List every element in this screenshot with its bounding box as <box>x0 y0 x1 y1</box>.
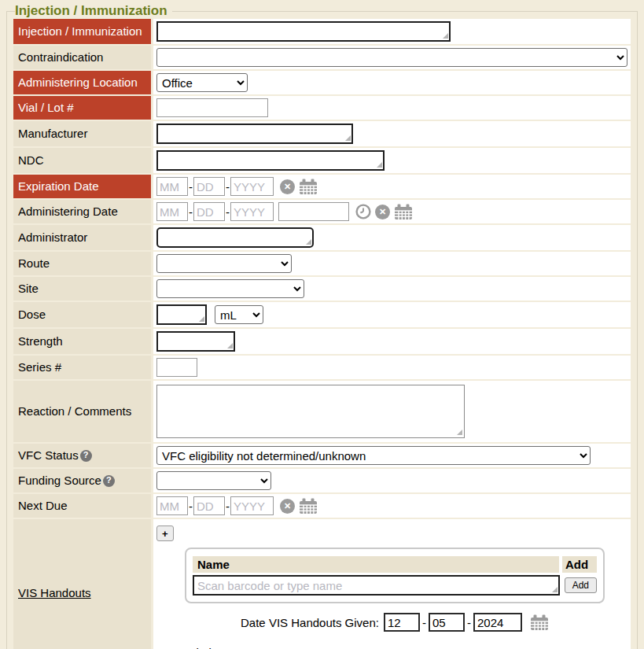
vis-handouts-panel: Name Add Add <box>185 548 605 603</box>
expiration-month-input[interactable] <box>156 177 188 196</box>
row-site: Site <box>13 277 631 302</box>
route-label: Route <box>13 252 153 275</box>
dose-input[interactable] <box>156 304 207 325</box>
vis-add-column-header: Add <box>562 556 597 573</box>
row-strength: Strength <box>13 329 631 356</box>
administering-year-input[interactable] <box>230 202 274 221</box>
next-due-label: Next Due <box>13 494 153 518</box>
administering-time-input[interactable] <box>278 202 349 221</box>
expiration-date-label: Expiration Date <box>13 175 153 198</box>
ndc-label: NDC <box>13 148 153 173</box>
date-separator: - <box>189 500 193 513</box>
clock-icon[interactable] <box>355 204 371 219</box>
row-funding-source: Funding Source ? <box>13 469 631 494</box>
date-separator: - <box>226 180 230 194</box>
reaction-comments-label: Reaction / Comments <box>13 381 153 442</box>
manufacturer-input[interactable] <box>156 124 353 144</box>
vial-lot-label: Vial / Lot # <box>13 96 153 120</box>
injection-immunization-form: Injection / Immunization Injection / Imm… <box>6 3 638 649</box>
calendar-icon[interactable] <box>299 498 318 514</box>
vis-date-given-label: Date VIS Handouts Given: <box>241 616 379 629</box>
date-separator: - <box>189 205 193 219</box>
calendar-icon[interactable] <box>394 204 413 220</box>
administrator-label: Administrator <box>13 225 153 250</box>
funding-source-label: Funding Source <box>18 474 101 489</box>
vfc-status-select[interactable]: VFC eligibility not determined/unknown <box>156 446 591 465</box>
vis-name-column-header: Name <box>193 556 559 573</box>
row-contraindication: Contraindication <box>13 46 631 71</box>
administrator-input[interactable] <box>156 227 314 248</box>
date-separator: - <box>189 180 193 194</box>
vis-scan-input[interactable] <box>193 575 560 596</box>
series-label: Series # <box>13 356 153 379</box>
vis-handouts-link[interactable]: VIS Handouts <box>18 586 91 601</box>
administering-location-select[interactable]: Office <box>156 73 248 92</box>
clear-date-icon[interactable]: ✕ <box>375 205 390 219</box>
row-expiration-date: Expiration Date - - ✕ <box>13 175 631 200</box>
row-next-due: Next Due - - ✕ <box>13 494 631 519</box>
vis-expand-button[interactable]: + <box>156 525 174 541</box>
manufacturer-label: Manufacturer <box>13 121 153 146</box>
expiration-year-input[interactable] <box>230 177 274 196</box>
contraindication-label: Contraindication <box>13 46 153 69</box>
strength-label: Strength <box>13 329 153 354</box>
dose-unit-select[interactable]: mL <box>215 305 263 324</box>
clear-date-icon[interactable]: ✕ <box>280 499 295 514</box>
row-administering-location: Administering Location Office <box>13 71 631 96</box>
administering-day-input[interactable] <box>193 202 225 221</box>
row-manufacturer: Manufacturer <box>13 121 631 148</box>
vis-date-day-input[interactable] <box>429 613 465 632</box>
vfc-status-help-icon[interactable]: ? <box>80 450 92 462</box>
route-select[interactable] <box>156 254 292 273</box>
vial-lot-input[interactable] <box>156 98 268 117</box>
clear-date-icon[interactable]: ✕ <box>280 179 295 194</box>
date-separator: - <box>226 500 230 513</box>
row-vial-lot: Vial / Lot # <box>13 96 631 121</box>
vis-date-month-input[interactable] <box>384 613 420 632</box>
row-vfc-status: VFC Status ? VFC eligibility not determi… <box>13 444 631 469</box>
dose-label: Dose <box>13 302 153 327</box>
administering-date-label: Administering Date <box>13 200 153 223</box>
series-input[interactable] <box>156 358 197 377</box>
funding-source-select[interactable] <box>156 471 271 490</box>
vis-date-year-input[interactable] <box>473 613 522 632</box>
row-reaction-comments: Reaction / Comments <box>13 381 631 444</box>
next-due-day-input[interactable] <box>193 496 225 515</box>
row-route: Route <box>13 252 631 277</box>
reaction-comments-textarea[interactable] <box>156 385 465 438</box>
date-separator: - <box>226 205 230 219</box>
form-title: Injection / Immunization <box>15 3 172 19</box>
administering-location-label: Administering Location <box>13 71 153 94</box>
row-series: Series # <box>13 356 631 381</box>
date-separator: - <box>467 616 471 629</box>
injection-input[interactable] <box>156 21 451 42</box>
next-due-month-input[interactable] <box>156 496 188 515</box>
row-injection: Injection / Immunization <box>13 19 631 46</box>
contraindication-select[interactable] <box>156 48 627 67</box>
strength-input[interactable] <box>156 331 235 352</box>
site-label: Site <box>13 277 153 301</box>
date-separator: - <box>422 616 426 629</box>
row-dose: Dose mL <box>13 302 631 329</box>
vis-add-button[interactable]: Add <box>565 577 597 593</box>
row-vis-handouts: VIS Handouts + Name Add Add Date VIS Han… <box>13 519 631 649</box>
calendar-icon[interactable] <box>299 179 318 195</box>
next-due-year-input[interactable] <box>230 496 274 515</box>
row-administrator: Administrator <box>13 225 631 252</box>
vis-website-link[interactable]: VIS Website <box>156 646 221 649</box>
injection-label: Injection / Immunization <box>13 19 153 44</box>
vfc-status-label: VFC Status <box>18 448 79 463</box>
ndc-input[interactable] <box>156 150 385 171</box>
row-ndc: NDC <box>13 148 631 175</box>
expiration-day-input[interactable] <box>193 177 225 196</box>
administering-month-input[interactable] <box>156 202 188 221</box>
site-select[interactable] <box>156 279 304 298</box>
funding-source-help-icon[interactable]: ? <box>103 475 115 487</box>
calendar-icon[interactable] <box>530 614 549 631</box>
row-administering-date: Administering Date - - ✕ <box>13 200 631 225</box>
